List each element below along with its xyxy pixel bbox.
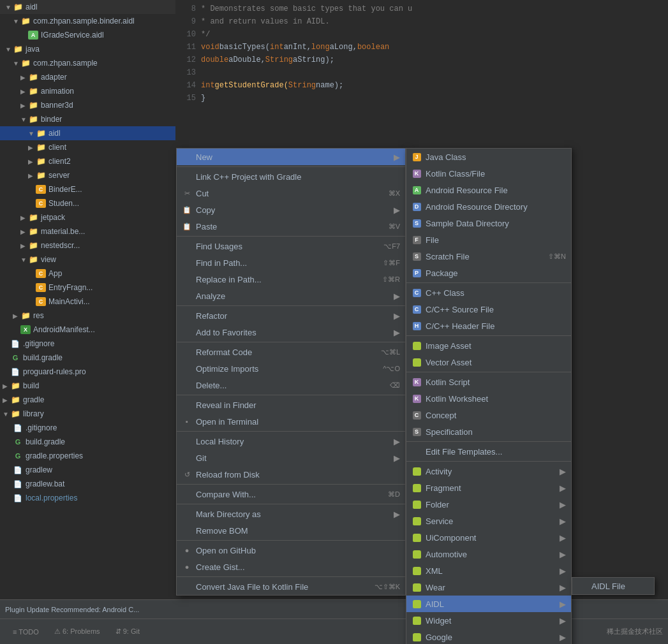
right-menu-item-activity[interactable]: Activity▶ — [406, 463, 571, 479]
tree-item-aidl-file[interactable]: AIGradeService.aidl — [0, 28, 175, 42]
left-menu-item-refactor[interactable]: Refactor▶ — [177, 307, 405, 324]
right-menu-item-aidl[interactable]: AIDL▶ — [406, 596, 571, 612]
left-menu-item-compare-with[interactable]: Compare With...⌘D — [177, 486, 405, 502]
tree-item-gitignore2[interactable]: 📄.gitignore — [0, 421, 175, 435]
left-menu-item-add-favorites[interactable]: Add to Favorites▶ — [177, 324, 405, 340]
left-menu-item-paste[interactable]: 📋Paste⌘V — [177, 218, 405, 235]
right-menu-item-wear[interactable]: Wear▶ — [406, 579, 571, 596]
left-menu-item-mark-directory[interactable]: Mark Directory as▶ — [177, 506, 405, 522]
right-menu-item-package[interactable]: PPackage — [406, 265, 571, 281]
tree-item-aidl-root[interactable]: 📁aidl — [0, 0, 175, 14]
tree-item-label: local.properties — [26, 494, 77, 502]
tree-item-gradle[interactable]: 📁gradle — [0, 393, 175, 407]
left-menu-item-find-usages[interactable]: Find Usages⌥F7 — [177, 238, 405, 254]
tree-item-animation[interactable]: 📁animation — [0, 84, 175, 98]
tree-item-java-package[interactable]: 📁com.zhpan.sample — [0, 56, 175, 70]
left-menu-item-open-terminal[interactable]: ▪Open in Terminal — [177, 413, 405, 430]
right-menu-item-java-class[interactable]: JJava Class — [406, 149, 571, 165]
tree-item-java[interactable]: 📁java — [0, 42, 175, 56]
tree-item-gradlew[interactable]: 📄gradlew — [0, 463, 175, 477]
tree-item-proguard[interactable]: 📄proguard-rules.pro — [0, 365, 175, 379]
left-menu-item-delete[interactable]: Delete...⌫ — [177, 377, 405, 393]
status-tab-todo[interactable]: ≡ TODO — [5, 619, 47, 645]
tree-item-res[interactable]: 📁res — [0, 309, 175, 323]
left-menu-item-open-github[interactable]: ●Open on GitHub — [177, 542, 405, 559]
tree-item-label: nestedscr... — [41, 241, 80, 250]
left-menu-item-reveal-finder[interactable]: Reveal in Finder — [177, 397, 405, 413]
menu-item-icon — [412, 516, 422, 526]
left-menu-item-link-cpp[interactable]: Link C++ Project with Gradle — [177, 168, 405, 185]
right-menu-item-specification[interactable]: SSpecification — [406, 423, 571, 440]
status-tab-problems[interactable]: ⚠ 6: Problems — [47, 619, 108, 645]
tree-item-local-properties[interactable]: 📄local.properties — [0, 491, 175, 505]
tree-item-mainActivi[interactable]: CMainActivi... — [0, 295, 175, 309]
tree-item-entryFragn[interactable]: CEntryFragn... — [0, 281, 175, 295]
right-menu-item-kotlin-script[interactable]: KKotlin Script — [406, 374, 571, 390]
right-menu-item-cpp-class[interactable]: CC++ Class — [406, 284, 571, 301]
tree-item-adapter[interactable]: 📁adapter — [0, 70, 175, 84]
left-menu-item-copy[interactable]: 📋Copy▶ — [177, 201, 405, 218]
right-menu-item-ui-component[interactable]: UiComponent▶ — [406, 529, 571, 546]
left-menu-item-new[interactable]: New▶ — [177, 149, 405, 165]
right-menu-item-folder[interactable]: Folder▶ — [406, 496, 571, 513]
tree-item-server[interactable]: 📁server — [0, 168, 175, 182]
left-menu-item-convert-kotlin[interactable]: Convert Java File to Kotlin File⌥⇧⌘K — [177, 578, 405, 595]
tree-item-build-gradle[interactable]: Gbuild.gradle — [0, 351, 175, 365]
right-menu-item-file[interactable]: FFile — [406, 231, 571, 248]
right-menu-item-kotlin-class[interactable]: KKotlin Class/File — [406, 165, 571, 182]
tree-item-jetpack[interactable]: 📁jetpack — [0, 210, 175, 224]
right-menu-item-android-resource-dir[interactable]: DAndroid Resource Directory — [406, 198, 571, 215]
tree-item-gitignore-root[interactable]: 📄.gitignore — [0, 337, 175, 351]
tree-item-aidl-sub[interactable]: 📁aidl — [0, 126, 175, 140]
left-menu-item-replace-in-path[interactable]: Replace in Path...⇧⌘R — [177, 271, 405, 288]
right-menu-item-edit-templates[interactable]: Edit File Templates... — [406, 443, 571, 460]
right-menu-item-widget[interactable]: Widget▶ — [406, 612, 571, 629]
right-menu-item-service[interactable]: Service▶ — [406, 513, 571, 529]
left-menu-item-remove-bom[interactable]: Remove BOM — [177, 522, 405, 539]
tree-item-material-be[interactable]: 📁material.be... — [0, 224, 175, 238]
tree-item-binder[interactable]: 📁binder — [0, 112, 175, 126]
right-menu-item-sample-data[interactable]: SSample Data Directory — [406, 215, 571, 231]
right-menu-item-fragment[interactable]: Fragment▶ — [406, 479, 571, 496]
tree-item-build-gradle2[interactable]: Gbuild.gradle — [0, 435, 175, 449]
right-menu-item-image-asset[interactable]: Image Asset — [406, 337, 571, 354]
left-menu-item-create-gist[interactable]: ●Create Gist... — [177, 559, 405, 575]
right-menu-item-xml[interactable]: XML▶ — [406, 562, 571, 579]
tree-item-studen[interactable]: CStuden... — [0, 196, 175, 210]
left-menu-item-find-in-path[interactable]: Find in Path...⇧⌘F — [177, 254, 405, 271]
right-menu-item-vector-asset[interactable]: Vector Asset — [406, 354, 571, 370]
right-menu-item-android-resource[interactable]: AAndroid Resource File — [406, 182, 571, 198]
plugin-update-text: Plugin Update Recommended: Android C... — [5, 606, 139, 613]
right-menu-item-google[interactable]: Google▶ — [406, 629, 571, 644]
tree-item-nestedscr[interactable]: 📁nestedscr... — [0, 238, 175, 252]
far-right-menu-item-aidl-file[interactable]: AIDL File — [572, 578, 654, 594]
status-tab-git[interactable]: ⇵ 9: Git — [108, 619, 147, 645]
tree-item-client[interactable]: 📁client — [0, 140, 175, 154]
tree-item-gradlew-bat[interactable]: 📄gradlew.bat — [0, 477, 175, 491]
right-menu-item-scratch[interactable]: SScratch File⇧⌘N — [406, 248, 571, 265]
left-menu-item-cut[interactable]: ✂Cut⌘X — [177, 185, 405, 201]
tree-item-client2[interactable]: 📁client2 — [0, 154, 175, 168]
right-menu-item-concept[interactable]: CConcept — [406, 407, 571, 423]
tree-item-gradle-properties[interactable]: Ggradle.properties — [0, 449, 175, 463]
right-menu-item-kotlin-worksheet[interactable]: KKotlin Worksheet — [406, 390, 571, 407]
menu-item-label: Android Resource File — [426, 186, 566, 195]
tree-item-androidmanifest[interactable]: XAndroidManifest... — [0, 323, 175, 337]
tree-item-view[interactable]: 📁view — [0, 252, 175, 267]
tree-item-app[interactable]: CApp — [0, 267, 175, 281]
menu-item-submenu-arrow: ▶ — [560, 483, 566, 493]
left-menu-item-reformat[interactable]: Reformat Code⌥⌘L — [177, 344, 405, 360]
right-menu-item-automotive[interactable]: Automotive▶ — [406, 546, 571, 562]
left-menu-item-optimize-imports[interactable]: Optimize Imports^⌥O — [177, 360, 405, 377]
left-menu-item-local-history[interactable]: Local History▶ — [177, 433, 405, 450]
right-menu-item-cpp-source[interactable]: CC/C++ Source File — [406, 301, 571, 318]
tree-item-aidl-package[interactable]: 📁com.zhpan.sample.binder.aidl — [0, 14, 175, 28]
left-menu-item-analyze[interactable]: Analyze▶ — [177, 288, 405, 304]
tree-item-binder-e[interactable]: CBinderE... — [0, 182, 175, 196]
tree-item-banner3d[interactable]: 📁banner3d — [0, 98, 175, 112]
left-menu-item-git[interactable]: Git▶ — [177, 450, 405, 466]
right-menu-item-cpp-header[interactable]: HC/C++ Header File — [406, 318, 571, 334]
left-menu-item-reload-disk[interactable]: ↺Reload from Disk — [177, 466, 405, 483]
tree-item-build[interactable]: 📁build — [0, 379, 175, 393]
tree-item-library[interactable]: 📁library — [0, 407, 175, 421]
